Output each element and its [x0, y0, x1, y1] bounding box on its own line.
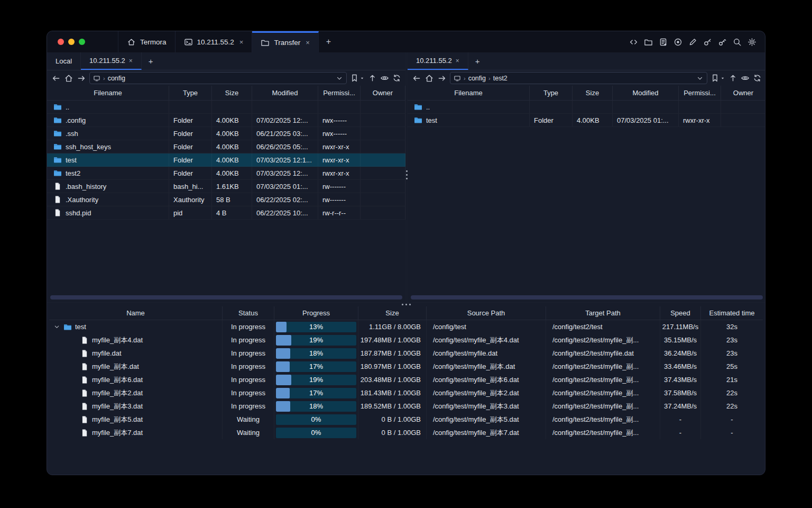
progress-percent-label: 19% — [276, 375, 356, 385]
column-header-type[interactable]: Type — [169, 86, 212, 100]
window-tab-transfer[interactable]: Transfer× — [252, 31, 318, 52]
forward-icon[interactable] — [77, 74, 86, 83]
forward-icon[interactable] — [437, 74, 447, 83]
transfer-row[interactable]: myfile.datIn progress18%187.87MB / 1.00G… — [49, 347, 763, 360]
file-row[interactable]: .. — [408, 101, 765, 114]
column-header-filename[interactable]: Filename — [47, 86, 169, 100]
horizontal-splitter[interactable] — [47, 302, 765, 306]
key-icon[interactable] — [703, 38, 712, 47]
column-header-speed[interactable]: Speed — [660, 306, 701, 320]
close-window-button[interactable] — [58, 39, 64, 45]
expand-chevron-icon[interactable] — [53, 323, 60, 330]
keychain-icon[interactable] — [718, 38, 727, 47]
column-header-filename[interactable]: Filename — [408, 86, 530, 100]
zoom-window-button[interactable] — [79, 39, 85, 45]
new-panel-tab-button[interactable]: + — [142, 52, 160, 70]
transfer-row[interactable]: myfile_副本7.datWaiting0%0 B / 1.00GB/conf… — [49, 426, 763, 439]
breadcrumb-segment[interactable]: test2 — [493, 75, 508, 82]
file-row[interactable]: .XauthorityXauthority58 B06/22/2025 02:.… — [47, 193, 405, 206]
column-header-owner[interactable]: Owner — [721, 86, 765, 100]
log-icon[interactable] — [659, 38, 668, 47]
panel-tab-local[interactable]: Local — [47, 52, 81, 70]
file-row[interactable]: testFolder4.00KB07/03/2025 01:...rwxr-xr… — [408, 114, 765, 127]
close-tab-icon[interactable]: × — [129, 57, 133, 65]
file-row[interactable]: .configFolder4.00KB07/02/2025 12:...rwx-… — [47, 114, 405, 127]
transfer-row[interactable]: testIn progress13%1.11GB / 8.00GB/config… — [49, 320, 763, 333]
column-header-size[interactable]: Size — [358, 306, 427, 320]
file-row[interactable]: ssh_host_keysFolder4.00KB06/26/2025 05:.… — [47, 140, 405, 153]
parent-directory-icon[interactable] — [728, 74, 737, 83]
right-panel-path-breadcrumb[interactable]: ›config›test2 — [450, 72, 707, 84]
progress-cell: 0% — [274, 413, 358, 426]
panel-tab-10-211-55-2[interactable]: 10.211.55.2× — [81, 52, 142, 70]
file-row[interactable]: test2Folder4.00KB07/03/2025 12:...rwxr-x… — [47, 167, 405, 180]
transfer-row[interactable]: myfile_副本4.datIn progress19%197.48MB / 1… — [49, 333, 763, 347]
horizontal-scrollbar[interactable] — [50, 295, 402, 300]
edit-icon[interactable] — [688, 38, 697, 47]
transfer-row[interactable]: myfile_副本5.datWaiting0%0 B / 1.00GB/conf… — [49, 413, 763, 426]
new-window-tab-button[interactable]: + — [319, 31, 338, 52]
column-header-status[interactable]: Status — [223, 306, 274, 320]
column-header-size[interactable]: Size — [573, 86, 613, 100]
minimize-window-button[interactable] — [68, 39, 75, 45]
file-row[interactable]: sshd.pidpid4 B06/22/2025 10:...rw-r--r-- — [47, 206, 405, 220]
column-header-type[interactable]: Type — [530, 86, 573, 100]
file-row[interactable]: testFolder4.00KB07/03/2025 12:1...rwxr-x… — [47, 153, 405, 167]
column-header-target-path[interactable]: Target Path — [546, 306, 660, 320]
transfer-row[interactable]: myfile_副本6.datIn progress19%203.48MB / 1… — [49, 373, 763, 386]
window-tab-10-211-55-2[interactable]: 10.211.55.2× — [176, 31, 253, 52]
show-hidden-files-icon[interactable] — [380, 74, 389, 83]
back-icon[interactable] — [412, 74, 421, 83]
transfer-name-text: myfile_副本7.dat — [92, 428, 143, 438]
home-icon[interactable] — [64, 74, 73, 83]
transfer-row[interactable]: myfile_副本.datIn progress17%180.97MB / 1.… — [49, 360, 763, 373]
parent-directory-icon[interactable] — [368, 74, 377, 83]
chevron-down-icon[interactable] — [336, 75, 343, 82]
home-icon[interactable] — [425, 74, 434, 83]
column-header-name[interactable]: Name — [49, 306, 223, 320]
bookmark-icon[interactable] — [350, 74, 359, 83]
caret-down-icon[interactable] — [359, 76, 365, 81]
file-row[interactable]: .. — [47, 101, 405, 114]
back-icon[interactable] — [51, 74, 61, 83]
column-header-progress[interactable]: Progress — [274, 306, 358, 320]
transfer-row[interactable]: myfile_副本3.datIn progress18%189.52MB / 1… — [49, 400, 763, 413]
record-icon[interactable] — [673, 38, 682, 47]
window-tab-termora[interactable]: Termora — [118, 31, 176, 52]
size-cell: 181.43MB / 1.00GB — [358, 386, 427, 400]
close-tab-icon[interactable]: × — [456, 57, 459, 65]
show-hidden-files-icon[interactable] — [741, 74, 750, 83]
modified-cell: 06/26/2025 05:... — [252, 140, 318, 153]
progress-bar: 18% — [276, 401, 356, 412]
column-header-estimated-time[interactable]: Estimated time — [701, 306, 763, 320]
settings-icon[interactable] — [748, 38, 756, 47]
new-panel-tab-button[interactable]: + — [468, 52, 487, 70]
file-row[interactable]: .sshFolder4.00KB06/21/2025 03:...rwx----… — [47, 127, 405, 140]
column-header-modified[interactable]: Modified — [613, 86, 679, 100]
file-row[interactable]: .bash_historybash_hi...1.61KB07/03/2025 … — [47, 180, 405, 193]
chevron-down-icon[interactable] — [696, 75, 704, 82]
close-tab-icon[interactable]: × — [306, 39, 310, 47]
panel-tab-10-211-55-2[interactable]: 10.211.55.2× — [408, 52, 468, 70]
column-header-owner[interactable]: Owner — [361, 86, 405, 100]
column-header-permissi[interactable]: Permissi... — [318, 86, 361, 100]
column-header-size[interactable]: Size — [212, 86, 252, 100]
horizontal-scrollbar[interactable] — [411, 295, 763, 300]
refresh-icon[interactable] — [392, 74, 401, 83]
transfer-table-header: NameStatusProgressSizeSource PathTarget … — [49, 306, 763, 320]
column-header-source-path[interactable]: Source Path — [427, 306, 546, 320]
code-icon[interactable] — [629, 38, 638, 47]
transfer-row[interactable]: myfile_副本2.datIn progress17%181.43MB / 1… — [49, 386, 763, 400]
close-tab-icon[interactable]: × — [239, 38, 244, 46]
folder-icon[interactable] — [644, 38, 653, 47]
left-panel-path-breadcrumb[interactable]: ›config — [89, 72, 347, 84]
breadcrumb-segment[interactable]: config — [108, 75, 125, 82]
search-icon[interactable] — [733, 38, 742, 47]
column-header-modified[interactable]: Modified — [252, 86, 318, 100]
column-header-permissi[interactable]: Permissi... — [679, 86, 721, 100]
breadcrumb-segment[interactable]: config — [468, 75, 486, 82]
refresh-icon[interactable] — [753, 74, 762, 83]
bookmark-icon[interactable] — [710, 74, 719, 83]
caret-down-icon[interactable] — [720, 76, 725, 81]
folder-icon — [414, 116, 422, 124]
